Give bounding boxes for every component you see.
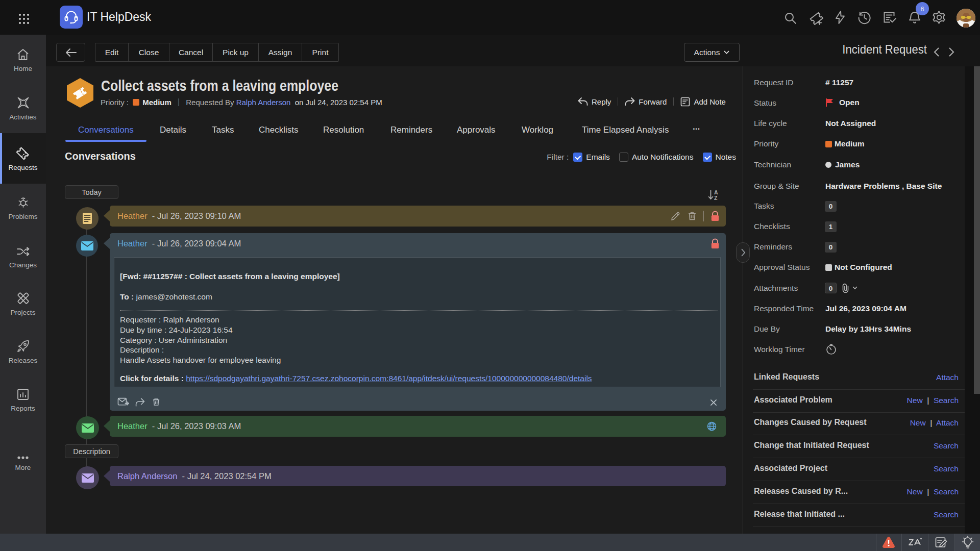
svg-text:Z: Z: [714, 195, 718, 201]
svg-text:A: A: [714, 189, 718, 195]
